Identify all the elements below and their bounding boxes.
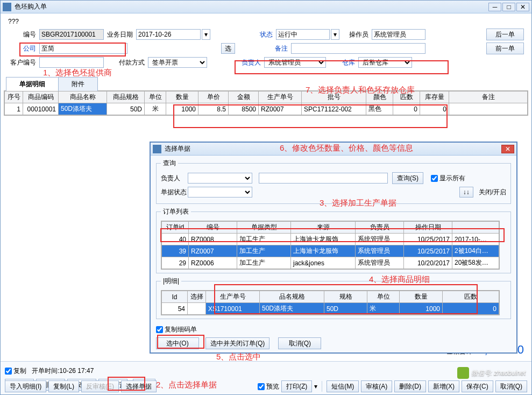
tab-strip: 单据明细 附件 — [6, 77, 531, 91]
tab-attach[interactable]: 附件 — [58, 77, 98, 91]
wh-select[interactable]: 后整仓库 — [358, 57, 412, 68]
dlg-owner-label: 负责人 — [161, 174, 187, 183]
select-doc-dialog: 选择单据 ✕ 查询 负责人 查询(S) 显示所有 单据状态 ↓↓ 关闭/开启 订… — [150, 142, 517, 354]
cancel-button[interactable]: 取消(Q) — [495, 380, 527, 392]
owner-label: 负责人 — [233, 58, 263, 67]
tab-detail[interactable]: 单据明细 — [6, 77, 59, 91]
watermark: 微信号: zhaobuinet — [457, 367, 526, 379]
main-titlebar: 色坯购入单 ─ □ ✕ — [1, 1, 531, 13]
wechat-icon — [457, 367, 469, 379]
save-button[interactable]: 保存(C) — [462, 380, 493, 392]
custcode-label: 客户编号 — [8, 58, 38, 67]
order-row[interactable]: 29RZ0006加工生产jack&jones系统管理员10/20/201720被… — [162, 257, 499, 269]
form-area: ??? 编号 业务日期 ▾ 状态 ▾ 操作员 后一单 公司 选 备注 前一单 客 — [1, 13, 531, 74]
note-label: 备注 — [260, 44, 290, 53]
anno-4: 4、选择商品明细 — [369, 274, 430, 285]
detail-row[interactable]: 54 XS171000150D涤塔夫 50D米 10000 — [162, 303, 499, 315]
dlg-cancel-button[interactable]: 取消(Q) — [278, 337, 321, 349]
bottom-bar: 复制 开单时间:10-26 17:47 添加行 删除行 修改行 复制行 状态 导… — [1, 361, 531, 394]
copy-check[interactable]: 复制 — [5, 366, 26, 376]
code-label: 编号 — [8, 30, 38, 39]
bizdate-input[interactable] — [136, 29, 201, 40]
query-fieldset: 查询 负责人 查询(S) 显示所有 单据状态 ↓↓ 关闭/开启 — [156, 159, 511, 204]
company-label: 公司 — [8, 44, 38, 53]
anno-3: 3、选择加工生产单据 — [320, 198, 396, 208]
watermark-text: 微信号: zhaobuinet — [471, 369, 526, 378]
max-button[interactable]: □ — [502, 3, 515, 11]
order-row[interactable]: 40RZ0008加工生产上海迪卡龙服饰系统管理员10/25/20172017-1… — [162, 234, 499, 245]
window-title: 色坯购入单 — [15, 2, 488, 11]
wh-label: 仓库 — [327, 58, 357, 67]
anti-audit-button[interactable]: 反审核(E) — [81, 380, 119, 392]
down-up-button[interactable]: ↓↓ — [459, 187, 473, 198]
bizdate-label: 业务日期 — [105, 30, 135, 39]
dlg-select-button[interactable]: 选中(O) — [156, 337, 199, 349]
grid-row[interactable]: 1 00010001 50D涤塔夫 50D 米 1000 8.5 8500 RZ… — [5, 103, 528, 115]
dlg-query-button[interactable]: 查询(S) — [392, 172, 423, 184]
status-drop-icon[interactable]: ▾ — [331, 29, 339, 40]
prev-doc-button[interactable]: 前一单 — [486, 43, 524, 54]
order-grid[interactable]: 订单id 编号 单据类型 来源 负责员 操作日期 40RZ0008加工生产上海迪… — [161, 221, 500, 270]
grid-header-row: 序号 商品编码 商品名称 商品规格 单位 数量 单价 金额 生产单号 批号 颜色… — [5, 91, 528, 103]
close-button[interactable]: ✕ — [516, 3, 529, 11]
orderlist-legend: 订单列表 — [161, 207, 191, 216]
dlg-state-label: 单据状态 — [161, 188, 187, 197]
query-legend: 查询 — [161, 159, 178, 168]
anno-1: 1、选择色坯提供商 — [43, 68, 112, 78]
oper-input[interactable] — [372, 29, 425, 40]
show-all-check[interactable]: 显示所有 — [431, 174, 465, 183]
preview-check[interactable]: 预览 — [258, 382, 279, 391]
copy-barcode-check[interactable]: 复制细码单 — [156, 325, 197, 334]
order-header: 订单id 编号 单据类型 来源 负责员 操作日期 — [162, 222, 499, 234]
dialog-icon — [153, 145, 161, 153]
new-button[interactable]: 新增(X) — [428, 380, 459, 392]
detail-grid2[interactable]: Id 选择 生产单号 品名规格 规格 单位 数量 匹数 54 XS1710001… — [161, 290, 500, 315]
next-doc-button[interactable]: 后一单 — [486, 29, 524, 40]
anno-6: 6、修改色坯数量、价格、颜色等信息 — [280, 143, 413, 153]
bizdate-drop-icon[interactable]: ▾ — [202, 29, 210, 40]
close-open-label: 关闭/开启 — [479, 188, 506, 197]
note-input[interactable] — [291, 43, 425, 54]
dialog-close-button[interactable]: ✕ — [501, 145, 514, 153]
status-label: 状态 — [245, 30, 275, 39]
dlg-select-close-button[interactable]: 选中并关闭订单(Q) — [205, 337, 269, 349]
select-doc-button[interactable]: 选择单据 — [121, 380, 157, 392]
anno-7: 7、选择负责人和色坯存放仓库 — [306, 85, 415, 95]
order-row-selected[interactable]: 39RZ0007加工生产上海迪卡龙服饰系统管理员10/25/20172被104白… — [162, 245, 499, 257]
pay-label: 付款方式 — [117, 58, 147, 67]
open-time: 开单时间:10-26 17:47 — [32, 366, 94, 376]
oper-label: 操作员 — [341, 30, 371, 39]
dlg-filter-input[interactable] — [259, 173, 388, 184]
select-company-button[interactable]: 选 — [221, 43, 235, 54]
detail-header: Id 选择 生产单号 品名规格 规格 单位 数量 匹数 — [162, 291, 499, 303]
company-input[interactable] — [39, 43, 127, 54]
orderlist-fieldset: 订单列表 订单id 编号 单据类型 来源 负责员 操作日期 40RZ0008加工… — [156, 207, 511, 273]
copy-button[interactable]: 复制(L) — [48, 380, 79, 392]
dlg-owner-select[interactable] — [188, 173, 252, 184]
sms-button[interactable]: 短信(M) — [327, 380, 359, 392]
pay-select[interactable]: 签单开票 — [148, 57, 207, 68]
unknown-label: ??? — [8, 18, 524, 25]
dlg-state-select[interactable] — [188, 187, 252, 198]
min-button[interactable]: ─ — [488, 3, 501, 11]
print-button[interactable]: 打印(Z) — [281, 380, 312, 392]
code-input[interactable] — [39, 29, 104, 40]
custcode-input[interactable] — [39, 57, 104, 68]
owner-select[interactable]: 系统管理员 — [264, 57, 326, 68]
detail-fieldset: |明细| Id 选择 生产单号 品名规格 规格 单位 数量 匹数 54 — [156, 277, 511, 319]
print-drop-icon[interactable]: ▾ — [314, 383, 317, 390]
anno-2: 2、点击选择单据 — [156, 380, 217, 390]
status-input[interactable] — [276, 29, 330, 40]
anno-5: 5、点击选中 — [216, 352, 261, 362]
detail-legend: |明细| — [161, 277, 181, 286]
detail-grid[interactable]: 序号 商品编码 商品名称 商品规格 单位 数量 单价 金额 生产单号 批号 颜色… — [4, 90, 528, 116]
delete-button[interactable]: 删除(D) — [394, 380, 426, 392]
app-icon — [3, 3, 11, 11]
audit-button[interactable]: 审核(A) — [361, 380, 392, 392]
import-detail-button[interactable]: 导入明细(I) — [5, 380, 46, 392]
